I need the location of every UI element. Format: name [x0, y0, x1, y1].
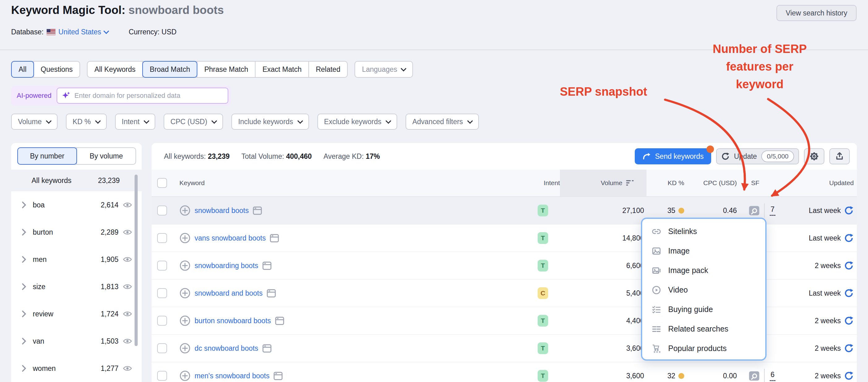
domain-input[interactable]: Enter domain for personalized data	[57, 88, 228, 104]
export-button[interactable]	[829, 148, 850, 165]
filter-kd[interactable]: KD %	[66, 114, 107, 130]
eye-icon[interactable]	[123, 202, 132, 208]
row-checkbox[interactable]	[157, 371, 167, 381]
update-button[interactable]: Update 0/5,000	[716, 148, 799, 165]
serp-features-count[interactable]: 6	[770, 371, 776, 381]
popup-item-popular-products[interactable]: ★★★ Popular products	[642, 339, 765, 358]
refresh-icon[interactable]	[844, 371, 854, 381]
chevron-right-icon[interactable]	[22, 229, 27, 236]
filter-include-keywords[interactable]: Include keywords	[231, 114, 309, 130]
serp-snapshot-icon[interactable]	[749, 371, 760, 381]
add-keyword-icon[interactable]	[179, 260, 191, 271]
keyword-link[interactable]: snowboard boots	[194, 206, 249, 215]
sidebar-group-burton[interactable]: burton 2,289	[11, 218, 142, 246]
row-checkbox[interactable]	[157, 288, 167, 298]
row-checkbox[interactable]	[157, 206, 167, 215]
tab-all[interactable]: All	[12, 62, 34, 77]
sidebar-group-van[interactable]: van 1,503	[11, 327, 142, 355]
keyword-link[interactable]: vans snowboard boots	[194, 234, 266, 242]
add-keyword-icon[interactable]	[179, 205, 191, 216]
sidebar-group-women[interactable]: women 1,277	[11, 355, 142, 382]
tab-all-keywords[interactable]: All Keywords	[88, 62, 143, 77]
serp-window-icon[interactable]	[275, 317, 284, 325]
sidebar-group-men[interactable]: men 1,905	[11, 246, 142, 273]
column-header-intent[interactable]: Intent	[544, 179, 560, 187]
serp-window-icon[interactable]	[274, 372, 283, 380]
row-checkbox[interactable]	[157, 261, 167, 270]
table-row[interactable]: men's snowboard boots T 3,600 32 0.00 6 …	[152, 362, 857, 382]
refresh-icon[interactable]	[844, 206, 854, 215]
sidebar-scrollbar[interactable]	[134, 175, 138, 346]
refresh-icon[interactable]	[844, 343, 854, 353]
refresh-icon[interactable]	[844, 288, 854, 298]
popup-item-related-searches[interactable]: Related searches	[642, 319, 765, 339]
add-keyword-icon[interactable]	[179, 343, 191, 354]
row-checkbox[interactable]	[157, 233, 167, 243]
sort-descending-icon[interactable]	[626, 180, 634, 186]
tab-by-volume[interactable]: By volume	[77, 148, 135, 164]
eye-icon[interactable]	[123, 284, 132, 290]
chevron-right-icon[interactable]	[22, 337, 27, 345]
tab-related[interactable]: Related	[309, 62, 347, 77]
serp-window-icon[interactable]	[270, 234, 279, 242]
add-keyword-icon[interactable]	[179, 370, 191, 381]
serp-snapshot-icon[interactable]	[749, 206, 760, 216]
popup-item-image[interactable]: Image	[642, 241, 765, 261]
sidebar-all-keywords-row[interactable]: All keywords 23,239	[11, 170, 142, 191]
languages-dropdown[interactable]: Languages	[354, 61, 413, 78]
chevron-right-icon[interactable]	[22, 201, 27, 209]
column-header-sf[interactable]: SF	[751, 179, 760, 187]
column-header-updated[interactable]: Updated	[829, 179, 854, 187]
view-search-history-button[interactable]: View search history	[776, 5, 857, 21]
serp-window-icon[interactable]	[267, 289, 276, 297]
chevron-down-icon[interactable]	[103, 28, 109, 34]
refresh-icon[interactable]	[844, 261, 854, 270]
tab-exact-match[interactable]: Exact Match	[255, 62, 309, 77]
eye-icon[interactable]	[123, 256, 132, 263]
tab-broad-match[interactable]: Broad Match	[143, 62, 197, 77]
eye-icon[interactable]	[123, 311, 132, 317]
chevron-right-icon[interactable]	[22, 310, 27, 318]
filter-intent[interactable]: Intent	[115, 114, 156, 130]
column-header-keyword[interactable]: Keyword	[179, 179, 205, 187]
column-header-volume[interactable]: Volume	[601, 179, 622, 187]
add-keyword-icon[interactable]	[179, 233, 191, 244]
keyword-link[interactable]: snowboarding boots	[194, 262, 258, 270]
keyword-link[interactable]: men's snowboard boots	[194, 372, 270, 380]
filter-volume[interactable]: Volume	[11, 114, 58, 130]
column-header-cpc[interactable]: CPC (USD)	[704, 179, 737, 187]
refresh-icon[interactable]	[844, 233, 854, 243]
filter-cpc[interactable]: CPC (USD)	[164, 114, 223, 130]
add-keyword-icon[interactable]	[179, 288, 191, 299]
popup-item-image-pack[interactable]: Image pack	[642, 261, 765, 280]
tab-questions[interactable]: Questions	[34, 62, 80, 77]
popup-item-sitelinks[interactable]: Sitelinks	[642, 222, 765, 241]
eye-icon[interactable]	[123, 338, 132, 344]
row-checkbox[interactable]	[157, 343, 167, 353]
filter-advanced[interactable]: Advanced filters	[406, 114, 479, 130]
chevron-right-icon[interactable]	[22, 256, 27, 263]
eye-icon[interactable]	[123, 229, 132, 235]
chevron-right-icon[interactable]	[22, 283, 27, 290]
row-checkbox[interactable]	[157, 316, 167, 326]
send-keywords-button[interactable]: Send keywords	[635, 148, 711, 165]
sidebar-group-size[interactable]: size 1,813	[11, 273, 142, 300]
popup-item-buying-guide[interactable]: Buying guide	[642, 300, 765, 319]
serp-window-icon[interactable]	[253, 206, 262, 215]
popup-item-video[interactable]: Video	[642, 280, 765, 300]
tab-by-number[interactable]: By number	[18, 148, 77, 164]
filter-exclude-keywords[interactable]: Exclude keywords	[317, 114, 397, 130]
serp-window-icon[interactable]	[262, 262, 272, 270]
keyword-link[interactable]: dc snowboard boots	[194, 344, 258, 353]
sidebar-group-review[interactable]: review 1,724	[11, 300, 142, 327]
serp-features-count[interactable]: 7	[770, 205, 776, 216]
sidebar-group-boa[interactable]: boa 2,614	[11, 191, 142, 218]
database-select[interactable]: United States	[59, 28, 101, 36]
settings-button[interactable]	[804, 148, 825, 165]
chevron-right-icon[interactable]	[22, 365, 27, 372]
tab-phrase-match[interactable]: Phrase Match	[197, 62, 255, 77]
keyword-link[interactable]: burton snowboard boots	[194, 317, 271, 325]
select-all-checkbox[interactable]	[157, 178, 167, 188]
serp-window-icon[interactable]	[262, 344, 272, 353]
eye-icon[interactable]	[123, 365, 132, 372]
